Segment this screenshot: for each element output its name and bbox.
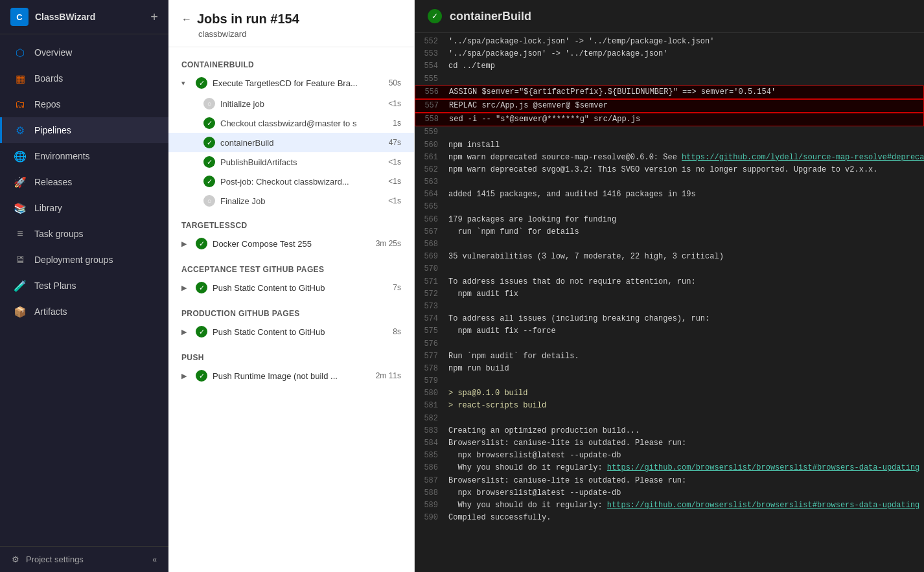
acceptance-job-item[interactable]: ▶ ✓ Push Static Content to GitHub 7s xyxy=(168,277,414,299)
back-row: ← Jobs in run #154 xyxy=(181,12,401,27)
docker-status-icon: ✓ xyxy=(196,238,207,249)
execute-status-icon: ✓ xyxy=(196,77,207,89)
log-line-number: 559 xyxy=(422,126,448,139)
log-line-number: 587 xyxy=(422,475,448,487)
log-line: 574To address all issues (including brea… xyxy=(415,313,924,325)
sidebar-collapse-icon[interactable]: « xyxy=(152,555,157,564)
log-line: 571To address issues that do not require… xyxy=(415,276,924,288)
log-line-number: 566 xyxy=(422,214,448,226)
log-line-text: Compiled successfully. xyxy=(448,512,551,524)
push-job-duration: 2m 11s xyxy=(375,371,401,380)
sidebar-item-pipelines[interactable]: ⚙ Pipelines xyxy=(0,117,168,143)
sidebar-item-testplans[interactable]: 🧪 Test Plans xyxy=(0,273,168,299)
log-line-text: run `npm fund` for details xyxy=(448,226,579,238)
log-line-number: 558 xyxy=(423,113,449,126)
sidebar-nav: ⬡ Overview ▦ Boards 🗂 Repos ⚙ Pipelines … xyxy=(0,34,168,546)
log-line-number: 561 xyxy=(422,152,448,164)
log-link[interactable]: https://github.com/browserslist/browsers… xyxy=(607,501,919,510)
sidebar-item-overview[interactable]: ⬡ Overview xyxy=(0,40,168,65)
sidebar-label-deployment: Deployment groups xyxy=(34,255,113,265)
sidebar-item-environments[interactable]: 🌐 Environments xyxy=(0,143,168,169)
log-line-number: 570 xyxy=(422,263,448,275)
log-line-number: 583 xyxy=(422,425,448,437)
log-line: 572 npm audit fix xyxy=(415,288,924,301)
initialize-job-item[interactable]: ○ Initialize job <1s xyxy=(168,94,414,113)
execute-job-item[interactable]: ▾ ✓ Execute TargetlesCD for Feature Bra.… xyxy=(168,72,414,94)
acceptance-expand-icon[interactable]: ▶ xyxy=(181,284,191,292)
log-line-text: '../spa/package-lock.json' -> '../temp/p… xyxy=(448,36,714,48)
right-panel: ✓ containerBuild 552'../spa/package-lock… xyxy=(415,0,924,572)
sidebar-label-testplans: Test Plans xyxy=(34,280,76,291)
middle-header: ← Jobs in run #154 classbwizard xyxy=(168,0,414,47)
sidebar-item-boards[interactable]: ▦ Boards xyxy=(0,65,168,91)
log-link[interactable]: https://github.com/browserslist/browsers… xyxy=(607,463,919,472)
push-expand-icon[interactable]: ▶ xyxy=(181,372,191,380)
log-line-number: 589 xyxy=(422,499,448,512)
log-line-text: To address issues that do not require at… xyxy=(448,276,696,288)
postjob-job-item[interactable]: ✓ Post-job: Checkout classbwizard... <1s xyxy=(168,172,414,191)
sidebar-org[interactable]: C ClassBWizard xyxy=(10,8,95,26)
log-line-text: added 1415 packages, and audited 1416 pa… xyxy=(448,189,696,201)
log-line-text: npm warn deprecated svgo@1.3.2: This SVG… xyxy=(448,164,878,176)
log-line-number: 573 xyxy=(422,301,448,313)
log-line: 577Run `npm audit` for details. xyxy=(415,350,924,363)
publishbuild-job-item[interactable]: ✓ PublishBuildArtifacts <1s xyxy=(168,152,414,172)
log-line-text: Why you should do it regularly: https://… xyxy=(448,499,919,512)
back-button[interactable]: ← xyxy=(181,14,192,25)
sidebar-label-library: Library xyxy=(34,203,62,213)
sidebar-item-taskgroups[interactable]: ≡ Task groups xyxy=(0,221,168,247)
docker-job-item[interactable]: ▶ ✓ Docker Compose Test 255 3m 25s xyxy=(168,233,414,255)
log-link[interactable]: https://github.com/lydell/source-map-res… xyxy=(682,153,924,162)
push-section-label: Push xyxy=(168,348,414,365)
containerbuild-job-item[interactable]: ✓ containerBuild 47s xyxy=(168,133,414,152)
acceptance-job-duration: 7s xyxy=(375,283,401,292)
log-line-text: npm run build xyxy=(448,363,509,375)
log-line: 587Browserslist: caniuse-lite is outdate… xyxy=(415,475,924,487)
sidebar-label-pipelines: Pipelines xyxy=(34,125,71,135)
sidebar-footer-settings[interactable]: ⚙ Project settings « xyxy=(0,546,168,572)
log-line: 56935 vulnerabilities (3 low, 7 moderate… xyxy=(415,251,924,263)
sidebar-item-library[interactable]: 📚 Library xyxy=(0,195,168,221)
log-line: 559 xyxy=(415,126,924,139)
log-line-text: npm warn deprecated source-map-resolve@0… xyxy=(448,152,924,164)
checkout-job-item[interactable]: ✓ Checkout classbwizard@master to s 1s xyxy=(168,113,414,133)
production-expand-icon[interactable]: ▶ xyxy=(181,328,191,336)
log-line-number: 588 xyxy=(422,487,448,499)
postjob-job-name: Post-job: Checkout classbwizard... xyxy=(220,177,370,187)
log-line-text: npm audit fix xyxy=(448,288,518,301)
log-line: 570 xyxy=(415,263,924,275)
log-line-text: npm audit fix --force xyxy=(448,325,556,337)
finalize-job-item[interactable]: ○ Finalize Job <1s xyxy=(168,191,414,211)
sidebar-label-taskgroups: Task groups xyxy=(34,229,83,239)
expand-icon[interactable]: ▾ xyxy=(181,79,191,87)
add-project-button[interactable]: + xyxy=(150,10,158,25)
log-header-title: containerBuild xyxy=(450,10,531,23)
taskgroups-icon: ≡ xyxy=(14,227,27,240)
overview-icon: ⬡ xyxy=(14,46,27,59)
log-line: 578npm run build xyxy=(415,363,924,375)
sidebar-item-artifacts[interactable]: 📦 Artifacts xyxy=(0,299,168,325)
sidebar-item-repos[interactable]: 🗂 Repos xyxy=(0,91,168,117)
log-line: 554cd ../temp xyxy=(415,60,924,73)
log-line-text: > react-scripts build xyxy=(448,400,546,412)
deployment-icon: 🖥 xyxy=(14,253,27,266)
library-icon: 📚 xyxy=(14,201,27,214)
log-line: 553'../spa/package.json' -> '../temp/pac… xyxy=(415,48,924,60)
log-line-number: 578 xyxy=(422,363,448,375)
run-title: Jobs in run #154 xyxy=(197,12,299,27)
log-line: 558sed -i -- "s*@semver@*******g" src/Ap… xyxy=(415,113,924,126)
sidebar-item-releases[interactable]: 🚀 Releases xyxy=(0,169,168,195)
production-job-duration: 8s xyxy=(375,327,401,336)
production-job-item[interactable]: ▶ ✓ Push Static Content to GitHub 8s xyxy=(168,321,414,343)
push-job-item[interactable]: ▶ ✓ Push Runtime Image (not build ... 2m… xyxy=(168,365,414,387)
sidebar-item-deployment[interactable]: 🖥 Deployment groups xyxy=(0,247,168,273)
docker-expand-icon[interactable]: ▶ xyxy=(181,240,191,248)
middle-panel: ← Jobs in run #154 classbwizard containe… xyxy=(168,0,415,572)
log-line: 564added 1415 packages, and audited 1416… xyxy=(415,189,924,201)
publishbuild-job-duration: <1s xyxy=(375,157,401,166)
log-container[interactable]: 552'../spa/package-lock.json' -> '../tem… xyxy=(415,33,924,572)
log-line-number: 555 xyxy=(422,73,448,86)
log-line: 566179 packages are looking for funding xyxy=(415,214,924,226)
containerbuild-status-icon: ✓ xyxy=(203,137,215,148)
log-header: ✓ containerBuild xyxy=(415,0,924,33)
